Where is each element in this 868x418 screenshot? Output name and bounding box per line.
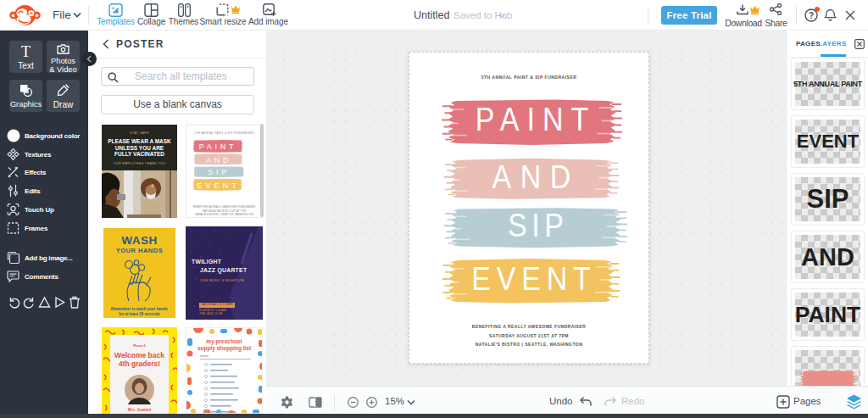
svg-text:EVENT: EVENT xyxy=(197,181,240,190)
svg-text:PAINT: PAINT xyxy=(199,142,237,151)
svg-text:AND: AND xyxy=(206,156,231,164)
svg-text:?: ? xyxy=(809,11,814,20)
svg-text:SIP: SIP xyxy=(208,168,230,176)
